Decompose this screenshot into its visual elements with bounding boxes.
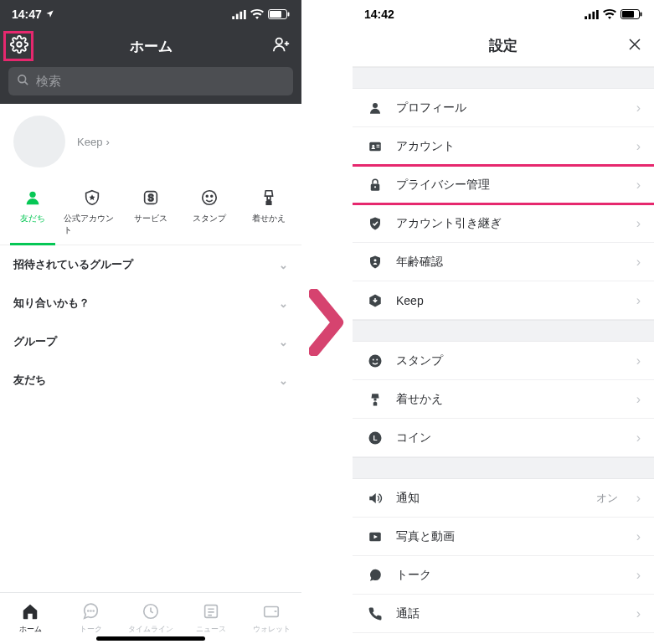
chevron-down-icon: ⌄ [279,336,288,348]
chevron-right-icon: › [636,178,641,193]
svg-point-18 [93,611,94,611]
battery-icon [621,9,642,19]
svg-rect-5 [270,11,281,18]
chevron-right-icon: › [636,392,641,407]
avatar [13,116,65,167]
svg-point-7 [17,42,22,47]
svg-rect-22 [584,16,587,19]
chevron-right-icon: › [636,606,641,621]
signal-icon [584,10,599,19]
settings-row-calls[interactable]: 通話 › [353,595,654,633]
svg-point-35 [374,186,376,188]
chevron-right-icon: › [106,136,109,148]
nav-title: 設定 [353,36,654,55]
phone-home-screen: 14:47 ホーム [0,0,301,644]
row-label: プロフィール [396,100,466,116]
section-divider [353,320,654,342]
category-tabs: 友だち 公式アカウント S サービス スタンプ 着せかえ [0,176,301,245]
settings-row-account[interactable]: アカウント › [353,127,654,166]
svg-point-39 [376,358,378,360]
badge-icon [366,255,384,270]
svg-rect-27 [622,11,634,18]
group-groups[interactable]: グループ⌄ [0,322,301,361]
settings-row-privacy[interactable]: プライバシー管理 › [353,166,654,204]
keep-label: Keep [77,136,102,148]
cat-tab-themes[interactable]: 着せかえ [239,181,298,245]
tab-home[interactable]: ホーム [0,593,60,644]
svg-point-9 [18,75,26,83]
search-bar[interactable]: 検索 [0,67,301,104]
group-friends[interactable]: 友だち⌄ [0,361,301,399]
chevron-right-icon: › [636,353,641,368]
status-time: 14:47 [12,8,42,21]
cat-label: サービス [134,213,167,224]
search-placeholder: 検索 [36,74,61,90]
home-indicator [96,636,205,641]
battery-icon [268,9,290,19]
chevron-right-icon: › [636,293,641,308]
svg-point-13 [203,191,217,205]
group-invited[interactable]: 招待されているグループ⌄ [0,245,301,284]
profile-row[interactable]: Keep › [0,104,301,176]
cat-label: 友だち [20,213,45,224]
news-icon [202,602,220,622]
settings-row-themes[interactable]: 着せかえ › [353,380,654,419]
svg-rect-28 [641,13,642,17]
svg-point-37 [369,354,382,367]
tab-wallet[interactable]: ウォレット [241,593,301,644]
cat-tab-friends[interactable]: 友だち [3,181,62,245]
brush-icon [257,186,281,209]
group-maybe-know[interactable]: 知り合いかも？⌄ [0,284,301,322]
chat-icon [366,568,384,583]
svg-rect-23 [589,13,591,18]
smiley-icon [366,353,384,368]
chevron-right-icon: › [636,491,641,506]
settings-row-keep[interactable]: Keep › [353,281,654,320]
settings-row-stamps[interactable]: スタンプ › [353,342,654,380]
close-icon[interactable] [627,37,642,55]
row-label: Keep [396,294,424,307]
row-label: 通話 [396,606,420,621]
row-label: スタンプ [396,353,443,368]
svg-rect-1 [236,13,239,18]
row-label: トーク [396,568,431,583]
settings-row-age[interactable]: 年齢確認 › [353,243,654,281]
svg-rect-2 [239,11,242,18]
wallet-icon [262,602,281,622]
status-time: 14:42 [364,8,394,21]
cat-label: 着せかえ [252,213,286,224]
row-label: アカウント引き継ぎ [396,216,502,231]
photo-video-icon [366,529,384,544]
tutorial-arrow [301,0,353,644]
cat-tab-services[interactable]: S サービス [121,181,180,245]
phone-settings-screen: 14:42 設定 プロフィール › アカウント › [353,0,654,644]
cat-tab-official[interactable]: 公式アカウント [62,181,121,245]
svg-rect-40 [374,398,377,400]
settings-row-profile[interactable]: プロフィール › [353,89,654,127]
wifi-icon [603,9,616,19]
nav-title: ホーム [0,37,301,56]
settings-row-photos[interactable]: 写真と動画 › [353,518,654,556]
id-card-icon [366,139,384,154]
settings-row-coin[interactable]: L コイン › [353,419,654,457]
chevron-down-icon: ⌄ [279,297,288,310]
add-friend-icon[interactable] [271,35,291,57]
settings-row-notifications[interactable]: 通知 オン › [353,479,654,518]
service-s-icon: S [139,186,162,209]
chevron-right-icon: › [636,568,641,583]
svg-rect-25 [596,10,599,19]
settings-row-line-out[interactable]: LINE Out [353,633,654,644]
wifi-icon [250,9,264,19]
row-label: プライバシー管理 [396,178,490,193]
cat-label: 公式アカウント [64,213,119,236]
tab-label: ニュース [196,624,226,635]
svg-point-31 [372,144,374,147]
keep-link[interactable]: Keep › [77,136,110,148]
cat-tab-stamps[interactable]: スタンプ [180,181,239,245]
settings-icon[interactable] [10,35,28,57]
svg-point-29 [373,103,378,108]
settings-row-talk[interactable]: トーク › [353,556,654,595]
svg-rect-33 [377,147,380,147]
settings-row-transfer[interactable]: アカウント引き継ぎ › [353,204,654,243]
download-hex-icon [366,293,384,308]
